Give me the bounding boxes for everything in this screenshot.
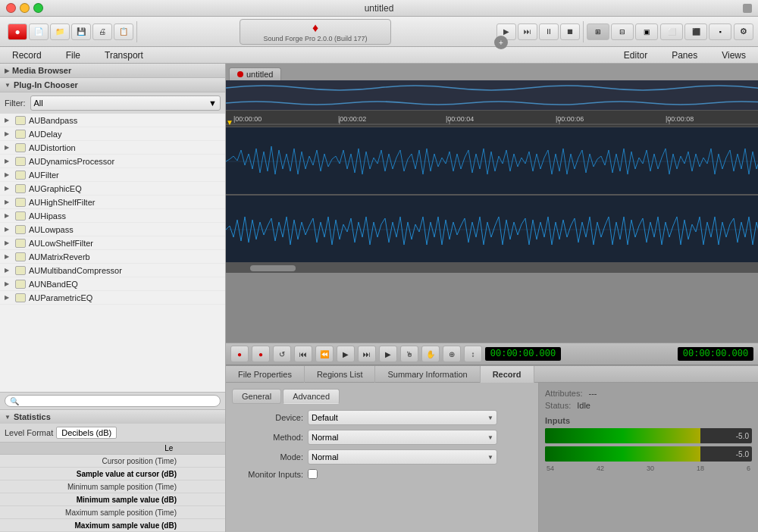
level-format-value: Decibels (dB) xyxy=(56,427,117,439)
document-tab[interactable]: untitled xyxy=(229,67,281,80)
menu-record[interactable]: Record xyxy=(0,47,54,64)
close-button[interactable] xyxy=(6,3,16,13)
mode-value: Normal xyxy=(312,452,338,462)
tab-file-properties[interactable]: File Properties xyxy=(226,366,305,383)
svg-text:|00:00:06: |00:00:06 xyxy=(556,115,584,123)
waveform-svg-1 xyxy=(226,127,758,196)
record-transport-btn[interactable]: ● xyxy=(230,346,249,362)
search-bar xyxy=(0,392,225,409)
dropdown-arrow-icon: ▼ xyxy=(487,434,493,441)
goto-start-btn[interactable]: ⏮ xyxy=(294,346,312,362)
list-item[interactable]: ▶ AUDistortion xyxy=(0,141,225,155)
media-browser-header[interactable]: ▶ Media Browser xyxy=(0,64,225,77)
view-btn-2[interactable]: ⊟ xyxy=(611,23,634,40)
cursor-tool-btn[interactable]: 🖱 xyxy=(400,346,418,362)
maximize-button[interactable] xyxy=(33,3,43,13)
tab-record[interactable]: Record xyxy=(481,366,534,383)
meter-label-2: -5.0 xyxy=(736,450,749,458)
mode-row: Mode: Normal ▼ xyxy=(232,449,532,465)
plugin-name: AUNBandEQ xyxy=(29,280,78,289)
tab-summary-information[interactable]: Summary Information xyxy=(375,366,480,383)
new-file-button[interactable]: 📄 xyxy=(29,23,49,40)
save-button[interactable]: 💾 xyxy=(71,23,91,40)
list-item[interactable]: ▶ AUDynamicsProcessor xyxy=(0,155,225,168)
record-monitor-btn[interactable]: ● xyxy=(252,346,270,362)
zoom-fit-btn[interactable]: ↕ xyxy=(464,346,482,362)
list-item[interactable]: ▶ AUParametricEQ xyxy=(0,291,225,305)
stop-button[interactable]: ⏹ xyxy=(560,23,580,40)
list-item[interactable]: ▶ AUMultibandCompressor xyxy=(0,264,225,277)
goto-end-btn[interactable]: ⏭ xyxy=(358,346,376,362)
device-dropdown[interactable]: Default ▼ xyxy=(308,410,497,425)
plugin-name: AUParametricEQ xyxy=(29,293,92,302)
play-pause-btn[interactable]: ▶ xyxy=(379,346,397,362)
search-input[interactable] xyxy=(5,395,221,407)
plugin-folder-icon xyxy=(15,211,26,221)
zoom-in-btn[interactable]: ⊕ xyxy=(443,346,461,362)
list-item[interactable]: ▶ AULowpass xyxy=(0,223,225,236)
list-item[interactable]: ▶ AUDelay xyxy=(0,127,225,141)
monitor-checkbox[interactable] xyxy=(308,469,318,479)
scale-val-1: 54 xyxy=(547,465,554,472)
plugin-folder-icon xyxy=(15,116,26,125)
play-btn[interactable]: ▶ xyxy=(337,346,355,362)
scrollbar-thumb[interactable] xyxy=(250,265,296,271)
record-left-panel: General Advanced Device: Default ▼ Metho… xyxy=(226,383,538,532)
view-btn-5[interactable]: ⬛ xyxy=(684,23,707,40)
view-btn-6[interactable]: ▪ xyxy=(709,23,731,40)
plugin-folder-icon xyxy=(15,143,26,152)
list-item[interactable]: ▶ AUHipass xyxy=(0,209,225,223)
list-item[interactable]: ▶ AUMatrixReverb xyxy=(0,250,225,264)
view-btn-4[interactable]: ⬜ xyxy=(660,23,683,40)
filter-dropdown[interactable]: All ▼ xyxy=(30,95,221,111)
gear-button[interactable]: ⚙ xyxy=(734,23,753,40)
menu-transport[interactable]: Transport xyxy=(92,47,155,64)
expand-icon: ▶ xyxy=(5,171,12,178)
statistics-header[interactable]: ▼ Statistics xyxy=(0,410,225,424)
minimize-button[interactable] xyxy=(20,3,30,13)
open-file-button[interactable]: 📁 xyxy=(50,23,70,40)
level-format-label: Level Format xyxy=(5,428,53,437)
subtab-advanced[interactable]: Advanced xyxy=(283,389,340,404)
mode-dropdown[interactable]: Normal ▼ xyxy=(308,449,497,465)
expand-icon: ▶ xyxy=(5,185,12,192)
print-button[interactable]: 🖨 xyxy=(92,23,112,40)
expand-icon: ▶ xyxy=(5,117,12,124)
window-controls[interactable] xyxy=(6,3,43,13)
list-item[interactable]: ▶ AUGraphicEQ xyxy=(0,182,225,196)
copy-button[interactable]: 📋 xyxy=(114,23,133,40)
mode-label: Mode: xyxy=(232,452,308,462)
menu-editor[interactable]: Editor xyxy=(612,47,659,64)
menu-file[interactable]: File xyxy=(54,47,92,64)
waveform-scrollbar[interactable] xyxy=(226,264,758,273)
stats-label: Maximum sample value (dB) xyxy=(0,521,180,530)
menu-views[interactable]: Views xyxy=(709,47,758,64)
tab-regions-list[interactable]: Regions List xyxy=(305,366,376,383)
list-item[interactable]: ▶ AUBandpass xyxy=(0,114,225,127)
resize-handle[interactable] xyxy=(743,4,752,13)
rewind-btn[interactable]: ⏪ xyxy=(315,346,334,362)
view-btn-1[interactable]: ⊞ xyxy=(587,23,609,40)
hand-tool-btn[interactable]: ✋ xyxy=(421,346,440,362)
list-item[interactable]: ▶ AUHighShelfFilter xyxy=(0,196,225,209)
list-item[interactable]: ▶ AUFilter xyxy=(0,168,225,182)
file-tools: ● 📄 📁 💾 🖨 📋 xyxy=(5,21,137,42)
plugin-chooser-header[interactable]: ▼ Plug-In Chooser xyxy=(0,78,225,92)
plugin-folder-icon xyxy=(15,252,26,261)
menu-panes[interactable]: Panes xyxy=(659,47,709,64)
record-button[interactable]: ● xyxy=(8,23,27,40)
waveform-area: ▼ |00:00:00 |00:00:02 |00:00:04 |00:00:0… xyxy=(226,80,758,343)
device-row: Device: Default ▼ xyxy=(232,410,532,425)
view-btn-3[interactable]: ▣ xyxy=(635,23,658,40)
loop-btn[interactable]: ↺ xyxy=(273,346,291,362)
list-item[interactable]: ▶ AULowShelfFilter xyxy=(0,236,225,250)
doc-tab-bar: untitled xyxy=(226,64,758,80)
subtab-general[interactable]: General xyxy=(232,389,281,404)
list-item[interactable]: ▶ AUNBandEQ xyxy=(0,277,225,291)
pause-button[interactable]: ⏸ xyxy=(539,23,559,40)
play-end-button[interactable]: ⏭ xyxy=(518,23,537,40)
expand-button[interactable]: + xyxy=(494,36,508,49)
method-dropdown[interactable]: Normal ▼ xyxy=(308,430,497,445)
monitor-row: Monitor Inputs: xyxy=(232,469,532,479)
plugin-chooser-section: ▼ Plug-In Chooser xyxy=(0,78,225,92)
